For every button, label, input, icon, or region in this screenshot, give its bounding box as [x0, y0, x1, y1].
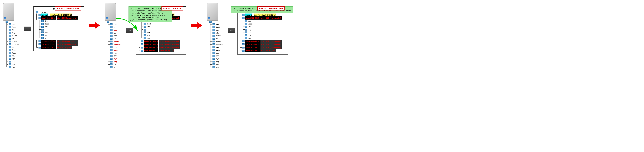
backup-folder: back-2022-08-13 size : 2GB (Incremental) [138, 43, 184, 46]
usb-plug-icon [126, 28, 133, 33]
backup-sub: /usr [138, 34, 184, 37]
tree-item: /boot [107, 26, 122, 29]
tree-item: /mnt/usb [6, 43, 19, 46]
tree-item: /proc [107, 49, 122, 51]
tree-item: /opt [209, 46, 223, 49]
folder-icon [110, 41, 112, 42]
backup-folder: back-2022-08-14 size : 1GB (Incremental) [138, 40, 184, 43]
tree-item: /usr [209, 63, 223, 66]
server-icon [207, 3, 218, 21]
folder-icon [41, 26, 44, 28]
backup-sub: /bin [240, 20, 286, 22]
folder-icon [209, 21, 212, 23]
folder-icon [41, 32, 44, 33]
backup-folder: back-2022-08-13 size : 2GB (Incremental) [240, 43, 286, 46]
folder-icon [245, 37, 247, 39]
folder-icon [212, 66, 215, 68]
tree-item: /sys [107, 57, 122, 60]
folder-icon [144, 34, 146, 36]
folder-icon [110, 23, 112, 25]
folder-icon [245, 29, 247, 31]
phase-2: PHASE 2 : BACKUP rsync -av --delete --de… [105, 3, 186, 69]
folder-icon [110, 26, 112, 28]
phase-badge: PHASE 3 : POST-BACKUP [257, 6, 285, 11]
folder-icon [245, 34, 247, 36]
folder-icon [242, 43, 244, 45]
folder-icon [9, 58, 11, 60]
folder-icon [110, 52, 112, 54]
backup-folder: back-2022-08-14 size : 1GB (Incremental) [240, 40, 286, 43]
folder-icon [110, 32, 112, 34]
fs-tree: / /bin/boot/dev/etc/home/lib/media/mnt/u… [209, 21, 223, 69]
tree-item: /usr [6, 63, 19, 66]
server-icon [105, 3, 116, 21]
tree-item: /proc [6, 49, 19, 51]
tree-item: /srv [6, 54, 19, 57]
tree-item: /boot [6, 26, 19, 29]
tree-item: /mnt/usb [209, 43, 223, 46]
folder-icon [212, 23, 215, 25]
folder-icon [212, 41, 215, 42]
folder-icon [41, 23, 44, 25]
tree-item: /var [209, 66, 223, 69]
folder-icon [212, 61, 215, 62]
tree-item: /srv [107, 54, 122, 57]
backup-sub: [...] [240, 28, 286, 31]
folder-icon [110, 61, 112, 62]
backup-folder: back-2022-08-11 size : 10GB (Full) [36, 46, 82, 49]
folder-icon [9, 55, 11, 57]
folder-icon [9, 46, 11, 48]
backup-folder: back-2022-08-12 size : 1GB (Incremental) [36, 43, 82, 46]
tree-item: /dev [107, 29, 122, 32]
folder-icon [36, 11, 38, 13]
folder-icon [144, 26, 146, 28]
folder-icon [38, 17, 41, 19]
folder-icon [9, 61, 11, 62]
tree-item: /media [209, 40, 223, 43]
folder-icon [144, 32, 146, 33]
folder-icon [38, 43, 41, 45]
backup-sub: /etc [36, 25, 82, 28]
fs-tree-items: /bin/boot/dev/etc/home/lib/media/mnt/usb… [6, 23, 19, 69]
backup-folder: back-2022-08-13 size : 2GB (Incremental) [36, 40, 82, 43]
folder-icon [38, 40, 41, 42]
backup-folder: back-2022-08-12 size : 1GB (Incremental) [138, 46, 184, 49]
folder-icon [9, 38, 11, 40]
backup-sub: [...] [138, 28, 184, 31]
tree-item: /tmp [209, 60, 223, 63]
folder-icon [245, 32, 247, 33]
folder-icon [212, 35, 215, 37]
folder-icon [9, 35, 11, 37]
folder-icon [9, 63, 11, 65]
folder-icon [245, 26, 247, 28]
folder-icon [9, 23, 11, 25]
folder-icon [141, 50, 143, 52]
tree-item: /media [6, 40, 19, 43]
symlink-current: current → /mnt/usb/back-2022-08-14 [36, 14, 82, 16]
tree-item: /opt [6, 46, 19, 49]
folder-icon [212, 63, 215, 65]
backup-sub: /var [36, 37, 82, 40]
fs-tree-items: /bin/boot/dev/etc/home/lib/media/mnt/usb… [209, 23, 223, 69]
folder-icon [38, 14, 41, 16]
folder-icon [141, 40, 143, 42]
arrow-icon [89, 22, 100, 29]
fs-tree: / /bin/boot/dev/etc/home/lib/media/mnt/u… [107, 21, 122, 69]
backup-sub: /var [240, 37, 286, 40]
tree-item: /root [6, 51, 19, 54]
tree-item: /bin [107, 23, 122, 26]
tree-item: /var [107, 66, 122, 69]
tree-item: /usr [107, 63, 122, 66]
phase-badge: PHASE 1 : PRE-BACKUP [55, 6, 81, 11]
folder-icon [212, 46, 215, 48]
fs-tree-items: /bin/boot/dev/etc/home/lib/media/mnt/usb… [107, 23, 122, 69]
folder-icon [6, 21, 8, 23]
backup-folder: back-2022-08-12 size : 1GB (Incremental) [240, 46, 286, 49]
server-icon [3, 3, 14, 21]
tree-item: /etc [6, 32, 19, 34]
tree-item: /var [6, 66, 19, 69]
folder-icon [41, 20, 44, 22]
tree-item: /lib [107, 37, 122, 40]
folder-icon [212, 29, 215, 31]
backup-sub: /tmp [240, 31, 286, 34]
